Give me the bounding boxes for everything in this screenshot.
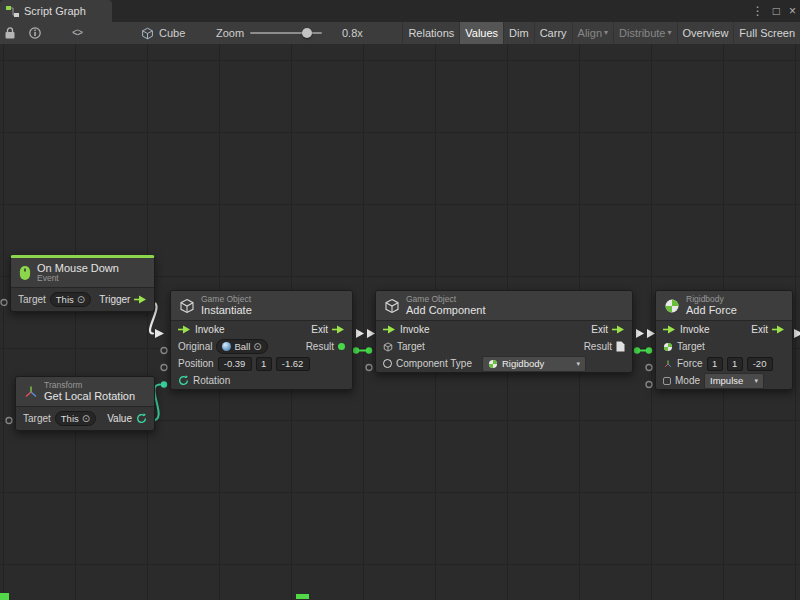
values-button[interactable]: Values <box>459 22 503 44</box>
graph-canvas[interactable]: On Mouse Down Event Target This ⊙ Trigge… <box>0 44 800 600</box>
node-add-component[interactable]: Game Object Add Component Invoke Exit Ta… <box>375 290 633 373</box>
type-icon <box>383 359 392 368</box>
force-mode-dropdown[interactable]: Impulse ▾ <box>704 373 764 389</box>
graph-context[interactable]: Cube <box>141 22 185 44</box>
mouse-icon <box>19 265 31 281</box>
kebab-menu-icon[interactable]: ⋮ <box>752 0 764 22</box>
invoke-label: Invoke <box>400 324 429 335</box>
maximize-icon[interactable]: □ <box>773 0 780 22</box>
result-label: Result <box>306 341 334 352</box>
mode-label: Mode <box>675 375 700 386</box>
node-get-local-rotation[interactable]: Transform Get Local Rotation Target This… <box>15 376 155 431</box>
mesh-sphere-icon <box>222 342 231 351</box>
force-label: Force <box>677 358 703 369</box>
rotation-label: Rotation <box>193 375 230 386</box>
rigidbody-icon <box>664 298 680 314</box>
rigidbody-mini-icon <box>663 342 673 352</box>
exit-label: Exit <box>311 324 328 335</box>
dim-button[interactable]: Dim <box>503 22 534 44</box>
document-icon[interactable] <box>616 341 625 352</box>
rigidbody-icon <box>488 359 498 369</box>
node-title: Add Component <box>406 304 486 316</box>
zoom-value: 0.8x <box>342 22 363 44</box>
zoom-slider[interactable] <box>250 22 322 44</box>
result-port-dot[interactable] <box>338 343 345 350</box>
offscreen-wire-fragment <box>0 593 9 600</box>
component-type-dropdown[interactable]: Rigidbody ▾ <box>482 356 586 372</box>
input-port[interactable] <box>161 365 167 371</box>
value-port-dot[interactable] <box>353 347 359 353</box>
target-label: Target <box>18 294 46 305</box>
input-port[interactable] <box>1 300 7 306</box>
position-y-field[interactable]: 1 <box>256 357 272 371</box>
force-z-field[interactable]: -20 <box>747 357 773 371</box>
target-object-field[interactable]: This ⊙ <box>55 411 96 426</box>
flow-output-icon[interactable] <box>332 325 345 334</box>
object-picker-icon[interactable]: ⊙ <box>77 293 85 306</box>
carry-button[interactable]: Carry <box>534 22 572 44</box>
graph-name: Cube <box>159 27 185 39</box>
node-header[interactable]: Game Object Add Component <box>376 291 632 321</box>
position-x-field[interactable]: -0.39 <box>218 357 252 371</box>
game-object-icon <box>179 298 195 314</box>
node-on-mouse-down[interactable]: On Mouse Down Event Target This ⊙ Trigge… <box>10 255 155 312</box>
target-label: Target <box>23 413 51 424</box>
game-object-mini-icon <box>383 342 393 352</box>
chevron-down-icon: ▾ <box>755 377 759 385</box>
input-port[interactable] <box>6 418 12 424</box>
value-port-dot[interactable] <box>366 347 372 353</box>
flow-output-icon[interactable] <box>612 325 625 334</box>
overview-button[interactable]: Overview <box>677 22 734 44</box>
info-button[interactable] <box>29 22 41 44</box>
value-port-dot[interactable] <box>634 347 640 353</box>
flow-input-icon[interactable] <box>663 325 676 334</box>
object-picker-icon[interactable]: ⊙ <box>253 340 261 353</box>
position-label: Position <box>178 358 214 369</box>
rotation-icon[interactable] <box>136 413 147 424</box>
invoke-label: Invoke <box>680 324 709 335</box>
position-z-field[interactable]: -1.62 <box>276 357 310 371</box>
input-port[interactable] <box>161 348 167 354</box>
node-header[interactable]: Transform Get Local Rotation <box>16 377 154 407</box>
node-category: Game Object <box>406 295 486 304</box>
info-icon <box>29 27 41 39</box>
transform-icon <box>24 385 38 399</box>
titlebar: Script Graph ⋮ □ × <box>0 0 800 23</box>
flow-input-icon[interactable] <box>178 325 191 334</box>
force-y-field[interactable]: 1 <box>727 357 743 371</box>
node-add-force[interactable]: Rigidbody Add Force Invoke Exit Target <box>655 290 793 390</box>
input-port[interactable] <box>646 365 652 371</box>
original-label: Original <box>178 341 212 352</box>
flow-arrowhead-icon <box>636 329 644 338</box>
value-port-dot[interactable] <box>646 347 652 353</box>
code-icon: <> <box>72 28 82 39</box>
node-header[interactable]: Game Object Instantiate <box>171 291 352 321</box>
rotation-port-dot[interactable] <box>161 381 167 387</box>
fullscreen-button[interactable]: Full Screen <box>733 22 800 44</box>
node-category: Rigidbody <box>686 295 737 304</box>
tab-title: Script Graph <box>24 5 86 17</box>
edit-source-button[interactable]: <> <box>72 22 82 44</box>
node-header[interactable]: Rigidbody Add Force <box>656 291 792 321</box>
input-port[interactable] <box>366 365 372 371</box>
relations-button[interactable]: Relations <box>402 22 459 44</box>
offscreen-wire-fragment <box>296 594 309 599</box>
cube-icon <box>141 27 154 40</box>
zoom-slider-track[interactable] <box>250 32 322 34</box>
flow-input-icon[interactable] <box>383 325 396 334</box>
input-port[interactable] <box>646 382 652 388</box>
original-object-field[interactable]: Ball ⊙ <box>216 339 267 354</box>
zoom-slider-knob[interactable] <box>302 28 312 38</box>
lock-button[interactable] <box>5 22 15 44</box>
flow-output-icon[interactable] <box>134 295 147 304</box>
exit-label: Exit <box>751 324 768 335</box>
node-instantiate[interactable]: Game Object Instantiate Invoke Exit Orig… <box>170 290 353 390</box>
tab-script-graph[interactable]: Script Graph <box>0 0 112 22</box>
close-icon[interactable]: × <box>789 0 796 22</box>
target-object-field[interactable]: This ⊙ <box>50 292 91 307</box>
force-x-field[interactable]: 1 <box>707 357 723 371</box>
node-header[interactable]: On Mouse Down Event <box>11 258 154 288</box>
align-button: Align▾ <box>572 22 613 44</box>
object-picker-icon[interactable]: ⊙ <box>82 412 90 425</box>
flow-output-icon[interactable] <box>772 325 785 334</box>
